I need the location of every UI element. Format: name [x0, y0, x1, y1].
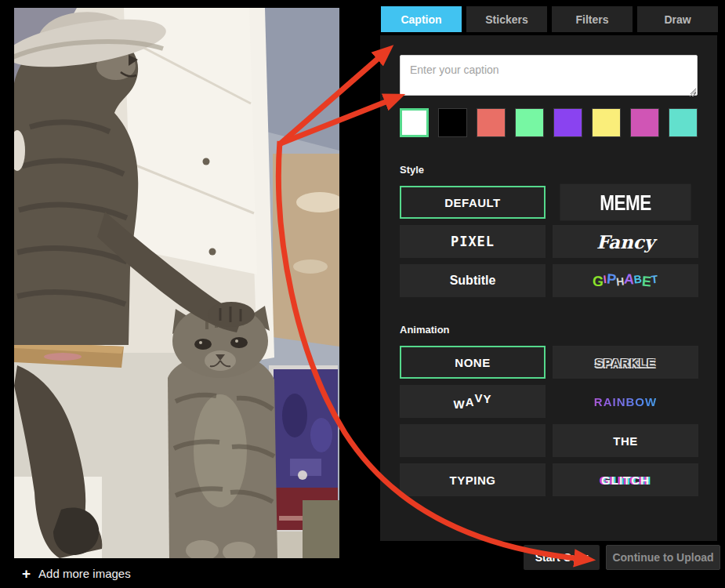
style-option-pixel[interactable]: PIXEL: [400, 225, 546, 258]
animation-option-sparkle[interactable]: SPARKLE: [553, 346, 698, 379]
style-option-subtitle[interactable]: Subtitle: [400, 264, 546, 297]
gif-editor-app: + Add more images Caption Stickers Filte…: [0, 0, 725, 588]
style-option-meme[interactable]: MEME: [560, 183, 691, 220]
plus-icon: +: [22, 566, 31, 581]
style-options-grid: DEFAULT MEME PIXEL Fancy Subtitle GIPHAB…: [400, 186, 698, 297]
caption-input-wrap: [400, 55, 698, 99]
start-over-button[interactable]: Start Over: [524, 545, 600, 570]
color-swatch-black[interactable]: [438, 108, 467, 137]
add-more-images-button[interactable]: + Add more images: [22, 566, 131, 581]
animation-option-none[interactable]: NONE: [400, 346, 546, 379]
style-section-label: Style: [400, 164, 698, 176]
color-swatch-magenta[interactable]: [630, 108, 659, 137]
animation-section-label: Animation: [400, 324, 698, 336]
gif-preview: [14, 8, 339, 558]
animation-option-typing[interactable]: TYPING: [400, 463, 546, 496]
editor-tabbar: Caption Stickers Filters Draw: [381, 6, 718, 32]
animation-option-wavy[interactable]: WAVY: [400, 385, 546, 418]
color-swatch-teal[interactable]: [669, 108, 698, 137]
animation-option-glitch[interactable]: GLITCH: [553, 463, 698, 496]
style-option-default[interactable]: DEFAULT: [400, 186, 546, 219]
sitting-cat: [168, 304, 277, 558]
caption-panel: Style DEFAULT MEME PIXEL Fancy Subtitle …: [380, 35, 717, 541]
add-more-images-label: Add more images: [38, 567, 131, 580]
color-swatch-red[interactable]: [477, 108, 506, 137]
animation-options-grid: NONE SPARKLE WAVY RAINBOW THE TYPING GLI…: [400, 346, 698, 496]
tab-caption[interactable]: Caption: [381, 6, 462, 32]
animation-option-the-end[interactable]: THE: [553, 424, 698, 457]
tab-draw[interactable]: Draw: [637, 6, 718, 32]
color-swatch-white[interactable]: [400, 108, 429, 137]
style-option-fancy[interactable]: Fancy: [553, 225, 698, 258]
color-swatch-green[interactable]: [515, 108, 544, 137]
caption-color-swatches: [400, 108, 698, 137]
animation-option-rainbow[interactable]: RAINBOW: [553, 385, 698, 418]
tab-filters[interactable]: Filters: [552, 6, 633, 32]
color-swatch-yellow[interactable]: [592, 108, 621, 137]
animation-option-fade[interactable]: [400, 424, 546, 457]
continue-to-upload-button[interactable]: Continue to Upload: [606, 545, 720, 570]
cats-gif-artwork: [14, 8, 339, 558]
color-swatch-purple[interactable]: [553, 108, 582, 137]
tab-stickers[interactable]: Stickers: [466, 6, 547, 32]
caption-input[interactable]: [400, 55, 698, 96]
style-option-giphabet[interactable]: GIPHABET: [553, 264, 698, 297]
